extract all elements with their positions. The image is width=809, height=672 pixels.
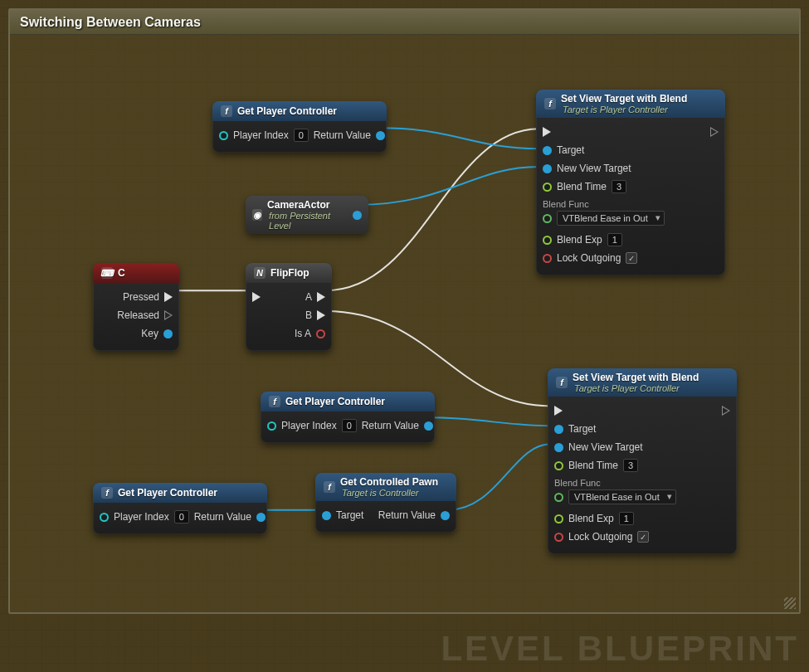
pin-label: B <box>305 309 312 321</box>
data-out-pin[interactable] <box>376 131 385 140</box>
data-out-pin[interactable] <box>424 421 433 431</box>
blend-exp-input[interactable]: 1 <box>619 512 634 525</box>
pin-label: Pressed <box>123 291 159 303</box>
node-header[interactable]: N FlipFlop <box>246 263 332 283</box>
exec-out-pin[interactable] <box>164 292 173 302</box>
node-header[interactable]: f Get Player Controller <box>93 483 267 503</box>
function-icon: f <box>324 481 335 493</box>
node-title: Get Controlled Pawn <box>340 476 438 488</box>
blend-func-select[interactable]: VTBlend Ease in Out <box>568 489 676 504</box>
data-in-pin[interactable] <box>100 513 109 522</box>
node-header[interactable]: f Set View Target with Blend Target is P… <box>536 90 725 118</box>
exec-out-pin[interactable] <box>710 127 719 137</box>
data-in-pin[interactable] <box>543 214 552 223</box>
node-key-c[interactable]: ⌨ C Pressed Released Key <box>93 263 179 351</box>
pin-label: Key <box>141 328 158 339</box>
data-out-pin[interactable] <box>316 329 325 338</box>
pin-label: Is A <box>295 328 311 339</box>
resize-handle[interactable] <box>784 597 796 609</box>
function-icon: f <box>269 396 280 407</box>
data-in-pin[interactable] <box>543 236 552 245</box>
blend-exp-input[interactable]: 1 <box>607 233 622 246</box>
pin-label: Target <box>336 509 363 521</box>
data-out-pin[interactable] <box>441 511 450 520</box>
pin-label: Blend Exp <box>557 234 602 246</box>
data-in-pin[interactable] <box>554 514 563 523</box>
node-title: FlipFlop <box>270 267 309 279</box>
pin-label: Blend Time <box>568 460 618 471</box>
blend-time-input[interactable]: 3 <box>623 459 638 472</box>
data-in-pin[interactable] <box>554 425 563 434</box>
pin-label: Blend Time <box>557 181 607 192</box>
exec-in-pin[interactable] <box>252 292 261 302</box>
blend-func-select[interactable]: VTBlend Ease in Out <box>557 211 665 226</box>
pin-label: New View Target <box>557 163 631 174</box>
node-header[interactable]: f Get Controlled Pawn Target is Controll… <box>315 473 456 501</box>
node-flipflop[interactable]: N FlipFlop A B Is A <box>246 263 332 351</box>
node-header[interactable]: ◉ CameraActor from Persistent Level <box>246 196 368 234</box>
exec-in-pin[interactable] <box>554 406 563 416</box>
pin-label: Return Value <box>314 129 371 141</box>
pin-label: Blend Func <box>543 199 719 209</box>
node-get-player-controller[interactable]: f Get Player Controller Player Index0 Re… <box>261 392 435 443</box>
function-icon: f <box>556 377 568 388</box>
exec-out-pin[interactable] <box>317 310 325 320</box>
data-in-pin[interactable] <box>543 254 552 263</box>
function-icon: f <box>544 98 556 110</box>
lock-outgoing-checkbox[interactable]: ✓ <box>626 252 637 264</box>
pin-label: A <box>305 291 312 303</box>
node-title: Get Player Controller <box>237 105 337 117</box>
node-header[interactable]: f Get Player Controller <box>212 101 387 121</box>
pin-label: Player Index <box>281 420 337 431</box>
data-out-pin[interactable] <box>163 329 173 338</box>
player-index-input[interactable]: 0 <box>294 129 309 142</box>
data-in-pin[interactable] <box>554 533 563 542</box>
pin-label: Blend Func <box>554 478 730 488</box>
node-header[interactable]: f Set View Target with Blend Target is P… <box>548 368 737 397</box>
exec-out-pin[interactable] <box>317 292 325 302</box>
node-camera-actor-ref[interactable]: ◉ CameraActor from Persistent Level <box>246 196 368 234</box>
node-get-player-controller[interactable]: f Get Player Controller Player Index0 Re… <box>212 101 387 153</box>
node-title: Set View Target with Blend <box>561 93 687 105</box>
data-in-pin[interactable] <box>554 493 563 502</box>
player-index-input[interactable]: 0 <box>342 419 357 432</box>
pin-label: Player Index <box>114 511 169 523</box>
actor-icon: ◉ <box>252 209 262 221</box>
comment-box[interactable]: Switching Between Cameras <box>8 8 801 614</box>
node-subtitle: Target is Controller <box>342 488 438 498</box>
node-set-view-target-1[interactable]: f Set View Target with Blend Target is P… <box>536 90 725 275</box>
data-out-pin[interactable] <box>256 513 266 522</box>
blueprint-canvas[interactable]: Switching Between Cameras <box>0 0 809 672</box>
data-in-pin[interactable] <box>543 183 552 192</box>
node-header[interactable]: f Get Player Controller <box>261 392 435 411</box>
exec-in-pin[interactable] <box>543 127 551 137</box>
node-set-view-target-2[interactable]: f Set View Target with Blend Target is P… <box>548 368 737 554</box>
blend-time-input[interactable]: 3 <box>612 180 626 193</box>
exec-out-pin[interactable] <box>722 406 730 416</box>
data-in-pin[interactable] <box>543 146 552 155</box>
data-in-pin[interactable] <box>543 164 552 173</box>
function-icon: f <box>221 105 232 117</box>
player-index-input[interactable]: 0 <box>174 510 189 523</box>
data-in-pin[interactable] <box>322 511 331 520</box>
data-in-pin[interactable] <box>219 131 228 140</box>
node-title: CameraActor <box>267 199 343 211</box>
data-out-pin[interactable] <box>353 211 362 220</box>
data-in-pin[interactable] <box>554 443 563 452</box>
comment-title[interactable]: Switching Between Cameras <box>10 10 799 35</box>
data-in-pin[interactable] <box>267 421 276 431</box>
node-title: Get Player Controller <box>285 396 385 407</box>
watermark-label: LEVEL BLUEPRINT <box>441 629 799 669</box>
node-title: Set View Target with Blend <box>573 372 699 383</box>
pin-label: Return Value <box>378 509 436 521</box>
pin-label: Target <box>557 144 584 156</box>
lock-outgoing-checkbox[interactable]: ✓ <box>637 531 649 543</box>
node-get-player-controller[interactable]: f Get Player Controller Player Index0 Re… <box>93 483 267 534</box>
data-in-pin[interactable] <box>554 461 563 470</box>
node-header[interactable]: ⌨ C <box>93 263 179 283</box>
pin-label: Released <box>117 309 159 321</box>
pin-label: Lock Outgoing <box>557 252 621 264</box>
node-get-controlled-pawn[interactable]: f Get Controlled Pawn Target is Controll… <box>315 473 456 533</box>
exec-out-pin[interactable] <box>164 310 173 320</box>
function-icon: f <box>101 487 113 499</box>
